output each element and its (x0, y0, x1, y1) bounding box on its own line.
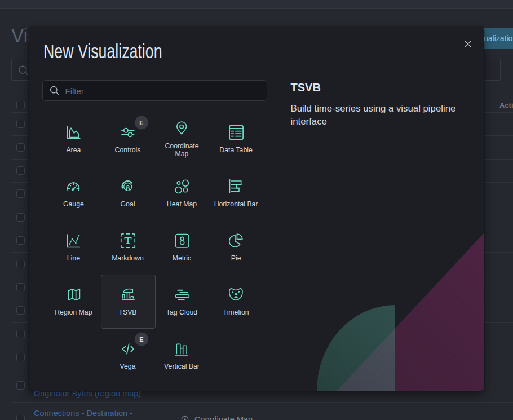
svg-text:Metric: Metric (173, 254, 191, 262)
svg-text:E: E (139, 120, 143, 126)
svg-text:Controls: Controls (115, 146, 141, 154)
svg-text:Map: Map (175, 150, 189, 158)
svg-text:Vertical Bar: Vertical Bar (164, 362, 200, 370)
svg-text:Area: Area (66, 146, 81, 154)
svg-text:Coordinate: Coordinate (165, 142, 198, 150)
svg-text:Region Map: Region Map (55, 308, 92, 316)
svg-text:Timelion: Timelion (223, 308, 249, 316)
svg-text:Vega: Vega (120, 362, 135, 370)
svg-text:Line: Line (67, 254, 80, 262)
svg-text:TSVB: TSVB (118, 308, 136, 316)
svg-text:Tag Cloud: Tag Cloud (166, 308, 198, 316)
svg-text:Horizontal Bar: Horizontal Bar (214, 200, 258, 208)
svg-text:E: E (139, 336, 143, 343)
svg-text:Heat Map: Heat Map (167, 200, 197, 208)
svg-text:Gauge: Gauge (63, 200, 84, 208)
svg-text:Pie: Pie (231, 254, 241, 262)
svg-text:Goal: Goal (121, 200, 135, 208)
svg-text:Markdown: Markdown (112, 254, 144, 262)
svg-text:Data Table: Data Table (219, 146, 253, 154)
